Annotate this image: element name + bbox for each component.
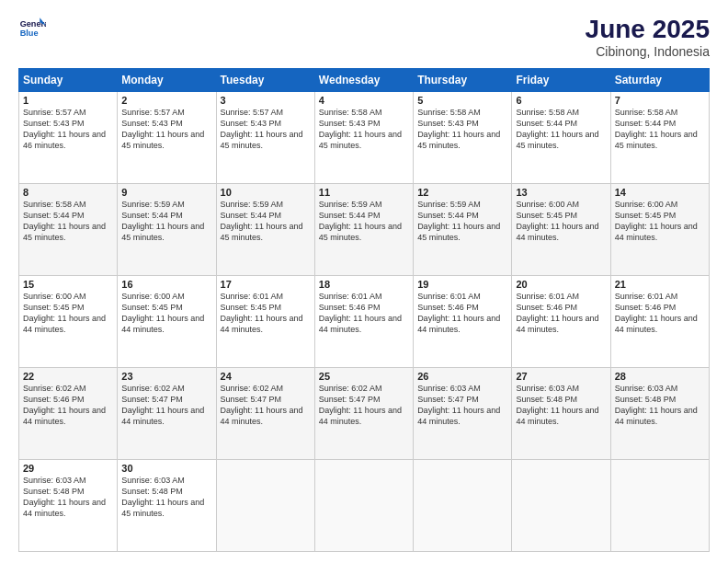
day-cell-1: 1 Sunrise: 5:57 AMSunset: 5:43 PMDayligh… xyxy=(19,92,118,184)
col-saturday: Saturday xyxy=(610,69,709,92)
week-row-1: 1 Sunrise: 5:57 AMSunset: 5:43 PMDayligh… xyxy=(19,92,710,184)
day-cell-23: 23 Sunrise: 6:02 AMSunset: 5:47 PMDaylig… xyxy=(118,368,216,460)
day-info: Sunrise: 6:00 AMSunset: 5:45 PMDaylight:… xyxy=(615,200,698,242)
day-number: 10 xyxy=(221,187,311,198)
empty-cell xyxy=(610,460,709,552)
day-cell-5: 5 Sunrise: 5:58 AMSunset: 5:43 PMDayligh… xyxy=(414,92,512,184)
day-info: Sunrise: 5:57 AMSunset: 5:43 PMDaylight:… xyxy=(121,108,204,150)
empty-cell xyxy=(414,460,512,552)
day-number: 7 xyxy=(615,95,705,106)
day-cell-2: 2 Sunrise: 5:57 AMSunset: 5:43 PMDayligh… xyxy=(118,92,216,184)
day-cell-28: 28 Sunrise: 6:03 AMSunset: 5:48 PMDaylig… xyxy=(610,368,709,460)
day-number: 13 xyxy=(516,187,606,198)
day-number: 2 xyxy=(121,95,211,106)
day-number: 1 xyxy=(23,95,113,106)
day-info: Sunrise: 6:02 AMSunset: 5:46 PMDaylight:… xyxy=(23,384,106,426)
day-info: Sunrise: 6:00 AMSunset: 5:45 PMDaylight:… xyxy=(516,200,598,242)
week-row-4: 22 Sunrise: 6:02 AMSunset: 5:46 PMDaylig… xyxy=(19,368,710,460)
title-block: June 2025 Cibinong, Indonesia xyxy=(586,15,710,59)
day-cell-29: 29 Sunrise: 6:03 AMSunset: 5:48 PMDaylig… xyxy=(19,460,118,552)
day-number: 24 xyxy=(221,371,311,382)
svg-text:Blue: Blue xyxy=(20,29,39,38)
subtitle: Cibinong, Indonesia xyxy=(586,44,710,59)
empty-cell xyxy=(314,460,413,552)
day-cell-30: 30 Sunrise: 6:03 AMSunset: 5:48 PMDaylig… xyxy=(118,460,216,552)
day-cell-25: 25 Sunrise: 6:02 AMSunset: 5:47 PMDaylig… xyxy=(314,368,413,460)
day-info: Sunrise: 5:59 AMSunset: 5:44 PMDaylight:… xyxy=(221,200,303,242)
day-info: Sunrise: 5:58 AMSunset: 5:44 PMDaylight:… xyxy=(23,200,106,242)
day-info: Sunrise: 5:59 AMSunset: 5:44 PMDaylight:… xyxy=(121,200,204,242)
day-info: Sunrise: 5:59 AMSunset: 5:44 PMDaylight:… xyxy=(319,200,402,242)
day-cell-24: 24 Sunrise: 6:02 AMSunset: 5:47 PMDaylig… xyxy=(216,368,314,460)
day-number: 25 xyxy=(319,371,409,382)
day-cell-6: 6 Sunrise: 5:58 AMSunset: 5:44 PMDayligh… xyxy=(512,92,610,184)
day-cell-18: 18 Sunrise: 6:01 AMSunset: 5:46 PMDaylig… xyxy=(314,276,413,368)
header-row: Sunday Monday Tuesday Wednesday Thursday… xyxy=(19,69,710,92)
day-number: 18 xyxy=(319,279,409,290)
day-info: Sunrise: 5:59 AMSunset: 5:44 PMDaylight:… xyxy=(417,200,500,242)
day-number: 15 xyxy=(23,279,113,290)
day-number: 16 xyxy=(121,279,211,290)
day-number: 29 xyxy=(23,463,113,474)
header: General Blue June 2025 Cibinong, Indones… xyxy=(18,15,710,59)
empty-cell xyxy=(216,460,314,552)
day-cell-16: 16 Sunrise: 6:00 AMSunset: 5:45 PMDaylig… xyxy=(118,276,216,368)
day-cell-14: 14 Sunrise: 6:00 AMSunset: 5:45 PMDaylig… xyxy=(610,184,709,276)
day-cell-13: 13 Sunrise: 6:00 AMSunset: 5:45 PMDaylig… xyxy=(512,184,610,276)
day-cell-7: 7 Sunrise: 5:58 AMSunset: 5:44 PMDayligh… xyxy=(610,92,709,184)
day-number: 30 xyxy=(121,463,211,474)
day-number: 20 xyxy=(516,279,606,290)
day-number: 28 xyxy=(615,371,705,382)
day-cell-12: 12 Sunrise: 5:59 AMSunset: 5:44 PMDaylig… xyxy=(414,184,512,276)
day-cell-26: 26 Sunrise: 6:03 AMSunset: 5:47 PMDaylig… xyxy=(414,368,512,460)
month-title: June 2025 xyxy=(586,15,710,44)
day-number: 6 xyxy=(516,95,606,106)
day-cell-4: 4 Sunrise: 5:58 AMSunset: 5:43 PMDayligh… xyxy=(314,92,413,184)
day-info: Sunrise: 5:58 AMSunset: 5:44 PMDaylight:… xyxy=(615,108,698,150)
day-cell-20: 20 Sunrise: 6:01 AMSunset: 5:46 PMDaylig… xyxy=(512,276,610,368)
day-number: 9 xyxy=(121,187,211,198)
day-cell-21: 21 Sunrise: 6:01 AMSunset: 5:46 PMDaylig… xyxy=(610,276,709,368)
empty-cell xyxy=(512,460,610,552)
day-cell-22: 22 Sunrise: 6:02 AMSunset: 5:46 PMDaylig… xyxy=(19,368,118,460)
day-info: Sunrise: 6:02 AMSunset: 5:47 PMDaylight:… xyxy=(319,384,402,426)
day-cell-11: 11 Sunrise: 5:59 AMSunset: 5:44 PMDaylig… xyxy=(314,184,413,276)
logo: General Blue xyxy=(18,15,46,42)
day-info: Sunrise: 5:58 AMSunset: 5:43 PMDaylight:… xyxy=(417,108,500,150)
day-info: Sunrise: 6:03 AMSunset: 5:47 PMDaylight:… xyxy=(417,384,500,426)
day-info: Sunrise: 6:01 AMSunset: 5:46 PMDaylight:… xyxy=(615,292,698,334)
day-number: 3 xyxy=(221,95,311,106)
day-info: Sunrise: 6:01 AMSunset: 5:46 PMDaylight:… xyxy=(319,292,402,334)
day-cell-17: 17 Sunrise: 6:01 AMSunset: 5:45 PMDaylig… xyxy=(216,276,314,368)
day-number: 19 xyxy=(417,279,507,290)
day-number: 17 xyxy=(221,279,311,290)
day-info: Sunrise: 6:01 AMSunset: 5:45 PMDaylight:… xyxy=(221,292,303,334)
day-cell-9: 9 Sunrise: 5:59 AMSunset: 5:44 PMDayligh… xyxy=(118,184,216,276)
col-tuesday: Tuesday xyxy=(216,69,314,92)
day-info: Sunrise: 5:58 AMSunset: 5:43 PMDaylight:… xyxy=(319,108,402,150)
day-info: Sunrise: 6:00 AMSunset: 5:45 PMDaylight:… xyxy=(23,292,106,334)
day-cell-27: 27 Sunrise: 6:03 AMSunset: 5:48 PMDaylig… xyxy=(512,368,610,460)
day-number: 23 xyxy=(121,371,211,382)
day-info: Sunrise: 6:03 AMSunset: 5:48 PMDaylight:… xyxy=(516,384,598,426)
calendar: Sunday Monday Tuesday Wednesday Thursday… xyxy=(18,68,710,552)
day-number: 11 xyxy=(319,187,409,198)
day-number: 26 xyxy=(417,371,507,382)
day-number: 21 xyxy=(615,279,705,290)
day-info: Sunrise: 5:57 AMSunset: 5:43 PMDaylight:… xyxy=(221,108,303,150)
col-wednesday: Wednesday xyxy=(314,69,413,92)
day-number: 12 xyxy=(417,187,507,198)
col-sunday: Sunday xyxy=(19,69,118,92)
day-info: Sunrise: 6:03 AMSunset: 5:48 PMDaylight:… xyxy=(121,476,204,518)
logo-icon: General Blue xyxy=(18,15,46,42)
day-info: Sunrise: 5:57 AMSunset: 5:43 PMDaylight:… xyxy=(23,108,106,150)
day-number: 22 xyxy=(23,371,113,382)
col-thursday: Thursday xyxy=(414,69,512,92)
day-number: 4 xyxy=(319,95,409,106)
day-info: Sunrise: 6:00 AMSunset: 5:45 PMDaylight:… xyxy=(121,292,204,334)
day-info: Sunrise: 6:03 AMSunset: 5:48 PMDaylight:… xyxy=(615,384,698,426)
day-number: 14 xyxy=(615,187,705,198)
day-cell-19: 19 Sunrise: 6:01 AMSunset: 5:46 PMDaylig… xyxy=(414,276,512,368)
day-info: Sunrise: 5:58 AMSunset: 5:44 PMDaylight:… xyxy=(516,108,598,150)
day-cell-3: 3 Sunrise: 5:57 AMSunset: 5:43 PMDayligh… xyxy=(216,92,314,184)
